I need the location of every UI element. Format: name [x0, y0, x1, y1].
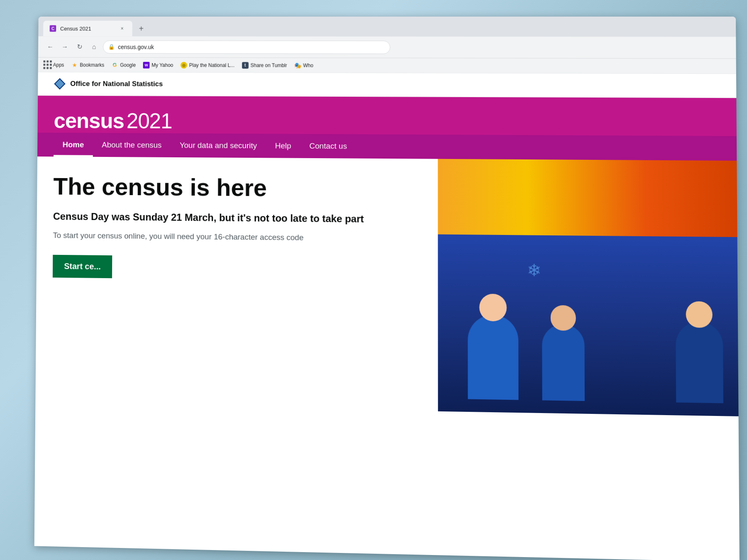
url-bar[interactable]: 🔒 census.gov.uk: [103, 40, 390, 54]
forward-button[interactable]: →: [59, 41, 71, 53]
nav-contact[interactable]: Contact us: [300, 134, 356, 159]
bookmark-tumblr-label: Share on Tumblr: [250, 62, 287, 68]
child-figure-2: [542, 324, 585, 401]
child-figure-3: [676, 321, 723, 403]
bookmarks-bar: Apps ★ Bookmarks G Google W My Yahoo: [38, 58, 736, 74]
yahoo-icon: W: [143, 61, 150, 68]
ons-header: Office for National Statistics: [38, 72, 736, 98]
star-icon: ★: [71, 61, 78, 68]
content-left: The census is here Census Day was Sunday…: [35, 157, 438, 411]
new-tab-button[interactable]: +: [134, 21, 148, 37]
tab-close-button[interactable]: ×: [118, 25, 126, 32]
bookmark-lottery-label: Play the National L...: [189, 62, 235, 68]
tumblr-icon: t: [242, 62, 249, 68]
child-head-1: [479, 293, 507, 321]
tab-favicon: C: [50, 25, 56, 32]
bookmark-bookmarks[interactable]: ★ Bookmarks: [68, 60, 108, 70]
child-head-3: [686, 301, 712, 328]
photo-snowflake: ❄: [527, 260, 541, 280]
nav-data-security[interactable]: Your data and security: [171, 133, 266, 158]
url-text: census.gov.uk: [118, 44, 154, 50]
ons-name: Office for National Statistics: [70, 80, 163, 88]
bookmark-apps-label: Apps: [53, 62, 64, 68]
census-banner: census2021: [37, 95, 736, 136]
address-bar: ← → ↻ ⌂ 🔒 census.gov.uk: [38, 36, 736, 59]
who-icon: 🎭: [294, 62, 301, 68]
bookmark-lottery[interactable]: ◎ Play the National L...: [177, 60, 238, 70]
bookmark-who[interactable]: 🎭 Who: [291, 60, 316, 70]
hero-body: To start your census online, you will ne…: [53, 230, 421, 245]
hero-image: ❄: [438, 159, 739, 416]
hero-subtitle: Census Day was Sunday 21 March, but it's…: [53, 209, 421, 226]
main-content: The census is here Census Day was Sunday…: [35, 157, 738, 416]
content-right-photo: ❄: [438, 159, 739, 416]
bookmark-bookmarks-label: Bookmarks: [80, 62, 104, 68]
bookmark-google-label: Google: [120, 62, 136, 68]
active-tab[interactable]: C Census 2021 ×: [43, 21, 132, 37]
nav-home[interactable]: Home: [54, 133, 93, 157]
start-census-button[interactable]: Start ce...: [53, 255, 112, 278]
child-head-2: [551, 305, 576, 331]
census-navigation: Home About the census Your data and secu…: [37, 133, 737, 161]
google-icon: G: [111, 61, 118, 68]
tab-bar: C Census 2021 × +: [38, 17, 736, 37]
bookmark-tumblr[interactable]: t Share on Tumblr: [239, 60, 291, 70]
bookmark-yahoo-label: My Yahoo: [152, 62, 173, 68]
website-content: Office for National Statistics census202…: [34, 72, 740, 560]
lottery-icon: ◎: [181, 62, 187, 68]
bookmark-who-label: Who: [303, 62, 313, 68]
lock-icon: 🔒: [108, 44, 115, 50]
home-button[interactable]: ⌂: [88, 41, 100, 53]
back-button[interactable]: ←: [45, 41, 56, 53]
census-logo: census2021: [54, 108, 719, 136]
census-year: 2021: [127, 109, 172, 133]
nav-help[interactable]: Help: [266, 134, 300, 158]
ons-logo: [54, 78, 65, 90]
bookmark-yahoo[interactable]: W My Yahoo: [140, 60, 176, 70]
svg-marker-1: [55, 79, 64, 88]
child-figure-1: [468, 315, 518, 400]
census-brand: census: [54, 108, 124, 132]
apps-grid-icon: [44, 61, 51, 68]
nav-about[interactable]: About the census: [93, 133, 171, 157]
hero-title: The census is here: [53, 173, 421, 202]
reload-button[interactable]: ↻: [74, 41, 85, 53]
browser-window: C Census 2021 × + ← → ↻ ⌂ 🔒 census.gov.u…: [34, 17, 740, 560]
bookmark-google[interactable]: G Google: [108, 60, 139, 70]
bookmark-apps[interactable]: Apps: [41, 60, 67, 70]
tab-title: Census 2021: [60, 25, 115, 32]
